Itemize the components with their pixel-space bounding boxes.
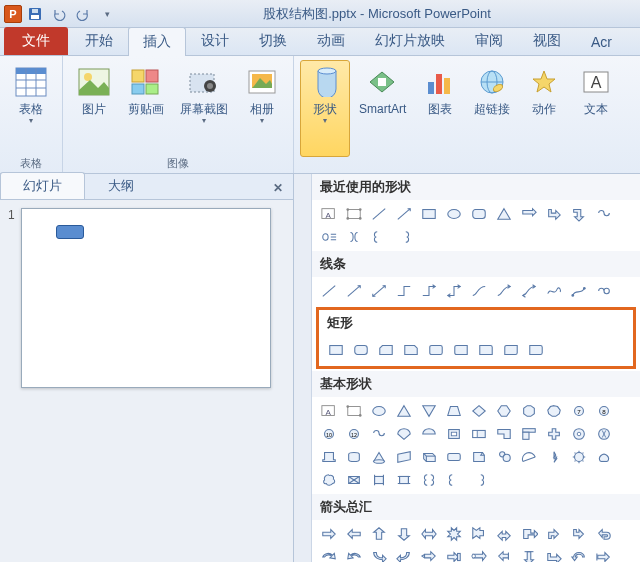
undo-button[interactable]	[48, 3, 70, 25]
recent-shape-10[interactable]	[567, 203, 591, 225]
recent-shape-8[interactable]	[517, 203, 541, 225]
line-shape-3[interactable]	[392, 280, 416, 302]
chart-button[interactable]: 图表	[415, 60, 465, 157]
basic-shape-4[interactable]	[417, 400, 441, 422]
action-button[interactable]: 动作	[519, 60, 569, 157]
rect-shape-4[interactable]	[424, 339, 448, 361]
arrow-shape-10[interactable]	[567, 523, 591, 545]
arrow-shape-14[interactable]	[367, 546, 391, 562]
close-pane-button[interactable]: ✕	[263, 177, 293, 199]
tab-transitions[interactable]: 切换	[244, 26, 302, 55]
basic-shape-25[interactable]	[342, 446, 366, 468]
basic-shape-0[interactable]: A	[317, 400, 341, 422]
arrow-shape-13[interactable]	[342, 546, 366, 562]
basic-shape-24[interactable]	[317, 446, 341, 468]
recent-shape-4[interactable]	[417, 203, 441, 225]
basic-shape-30[interactable]	[467, 446, 491, 468]
arrow-shape-9[interactable]	[542, 523, 566, 545]
rect-shape-2[interactable]	[374, 339, 398, 361]
arrow-shape-6[interactable]	[467, 523, 491, 545]
recent-shape-12[interactable]	[317, 226, 341, 248]
textbox-button[interactable]: A文本	[571, 60, 621, 157]
basic-shape-35[interactable]	[592, 446, 616, 468]
basic-shape-22[interactable]	[567, 423, 591, 445]
basic-shape-2[interactable]	[367, 400, 391, 422]
slide-thumbnail-1[interactable]: 1	[8, 208, 285, 388]
arrow-shape-23[interactable]	[592, 546, 616, 562]
qat-customize[interactable]: ▾	[96, 3, 118, 25]
basic-shape-23[interactable]	[592, 423, 616, 445]
basic-shape-19[interactable]	[492, 423, 516, 445]
basic-shape-29[interactable]	[442, 446, 466, 468]
recent-shape-11[interactable]	[592, 203, 616, 225]
arrow-shape-12[interactable]	[317, 546, 341, 562]
tab-design[interactable]: 设计	[186, 26, 244, 55]
arrow-shape-22[interactable]	[567, 546, 591, 562]
basic-shape-14[interactable]	[367, 423, 391, 445]
tab-outline[interactable]: 大纲	[85, 172, 157, 199]
tab-view[interactable]: 视图	[518, 26, 576, 55]
rect-shape-6[interactable]	[474, 339, 498, 361]
rect-shape-8[interactable]	[524, 339, 548, 361]
basic-shape-3[interactable]	[392, 400, 416, 422]
arrow-shape-3[interactable]	[392, 523, 416, 545]
basic-shape-16[interactable]	[417, 423, 441, 445]
recent-shape-7[interactable]	[492, 203, 516, 225]
basic-shape-7[interactable]	[492, 400, 516, 422]
line-shape-5[interactable]	[442, 280, 466, 302]
recent-shape-6[interactable]	[467, 203, 491, 225]
rect-shape-5[interactable]	[449, 339, 473, 361]
arrow-shape-1[interactable]	[342, 523, 366, 545]
file-tab[interactable]: 文件	[4, 27, 68, 55]
basic-shape-27[interactable]	[392, 446, 416, 468]
basic-shape-38[interactable]	[367, 469, 391, 491]
basic-shape-40[interactable]	[417, 469, 441, 491]
recent-shape-3[interactable]	[392, 203, 416, 225]
shapes-button[interactable]: 形状▾	[300, 60, 350, 157]
recent-shape-2[interactable]	[367, 203, 391, 225]
arrow-shape-16[interactable]	[417, 546, 441, 562]
arrow-shape-18[interactable]	[467, 546, 491, 562]
arrow-shape-21[interactable]	[542, 546, 566, 562]
tab-slides[interactable]: 幻灯片	[0, 172, 85, 199]
smartart-button[interactable]: SmartArt	[352, 60, 413, 157]
picture-button[interactable]: 图片	[69, 60, 119, 154]
arrow-shape-17[interactable]	[442, 546, 466, 562]
arrow-shape-4[interactable]	[417, 523, 441, 545]
arrow-shape-19[interactable]	[492, 546, 516, 562]
basic-shape-10[interactable]: 7	[567, 400, 591, 422]
basic-shape-9[interactable]	[542, 400, 566, 422]
clipart-button[interactable]: 剪贴画	[121, 60, 171, 154]
tab-insert[interactable]: 插入	[128, 27, 186, 56]
basic-shape-1[interactable]	[342, 400, 366, 422]
table-button[interactable]: 表格▾	[6, 60, 56, 154]
arrow-shape-11[interactable]	[592, 523, 616, 545]
line-shape-10[interactable]	[567, 280, 591, 302]
recent-shape-15[interactable]	[392, 226, 416, 248]
basic-shape-12[interactable]: 10	[317, 423, 341, 445]
recent-shape-5[interactable]	[442, 203, 466, 225]
basic-shape-41[interactable]	[442, 469, 466, 491]
line-shape-7[interactable]	[492, 280, 516, 302]
arrow-shape-5[interactable]	[442, 523, 466, 545]
line-shape-6[interactable]	[467, 280, 491, 302]
basic-shape-8[interactable]	[517, 400, 541, 422]
album-button[interactable]: 相册▾	[237, 60, 287, 154]
recent-shape-0[interactable]: A	[317, 203, 341, 225]
basic-shape-31[interactable]	[492, 446, 516, 468]
rect-shape-7[interactable]	[499, 339, 523, 361]
line-shape-0[interactable]	[317, 280, 341, 302]
recent-shape-13[interactable]	[342, 226, 366, 248]
basic-shape-32[interactable]	[517, 446, 541, 468]
line-shape-11[interactable]	[592, 280, 616, 302]
line-shape-2[interactable]	[367, 280, 391, 302]
tab-acrobat[interactable]: Acr	[576, 28, 627, 55]
basic-shape-18[interactable]	[467, 423, 491, 445]
basic-shape-6[interactable]	[467, 400, 491, 422]
rect-shape-1[interactable]	[349, 339, 373, 361]
basic-shape-42[interactable]	[467, 469, 491, 491]
basic-shape-37[interactable]	[342, 469, 366, 491]
basic-shape-36[interactable]	[317, 469, 341, 491]
arrow-shape-0[interactable]	[317, 523, 341, 545]
tab-animations[interactable]: 动画	[302, 26, 360, 55]
